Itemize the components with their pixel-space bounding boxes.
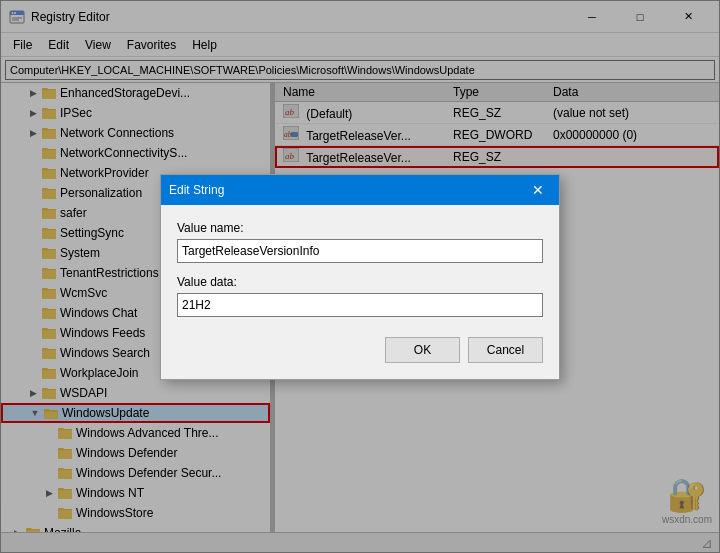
value-name-label: Value name: — [177, 221, 543, 235]
modal-close-button[interactable]: ✕ — [525, 178, 551, 202]
modal-title: Edit String — [169, 183, 525, 197]
modal-ok-button[interactable]: OK — [385, 337, 460, 363]
value-data-label: Value data: — [177, 275, 543, 289]
modal-overlay: Edit String ✕ Value name: Value data: OK… — [0, 0, 720, 553]
edit-string-modal: Edit String ✕ Value name: Value data: OK… — [160, 174, 560, 380]
modal-body: Value name: Value data: OK Cancel — [161, 205, 559, 379]
modal-cancel-button[interactable]: Cancel — [468, 337, 543, 363]
modal-title-bar: Edit String ✕ — [161, 175, 559, 205]
value-data-input[interactable] — [177, 293, 543, 317]
modal-buttons: OK Cancel — [177, 337, 543, 363]
value-name-input[interactable] — [177, 239, 543, 263]
